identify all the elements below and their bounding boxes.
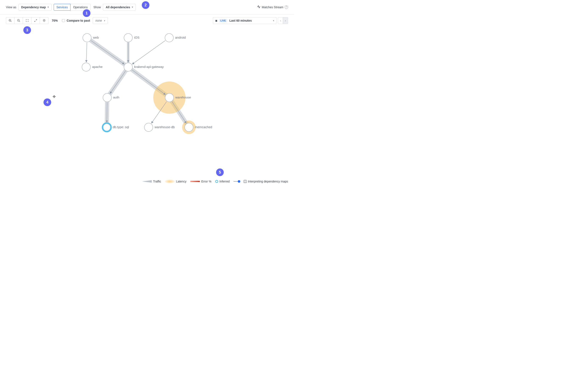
svg-line-18 [86,43,87,62]
svg-line-7 [36,20,37,20]
zoom-value: 70% [52,19,58,22]
tab-services[interactable]: Services [54,4,71,10]
svg-line-23 [132,70,165,95]
callout-4: 4 [43,98,51,106]
zoom-out-button[interactable] [14,17,23,24]
chevron-down-icon: ▾ [48,6,49,9]
help-icon[interactable]: ? [285,6,288,9]
zoom-controls [6,17,48,24]
zoom-in-button[interactable] [6,17,14,24]
svg-line-5 [19,21,20,22]
svg-point-32 [103,93,111,102]
compare-select[interactable]: none ▾ [93,17,108,24]
compare-value: none [95,19,102,22]
node-label-android[interactable]: android [175,36,186,39]
node-label-dbsql[interactable]: db.type: sql [113,125,129,129]
svg-point-33 [165,93,174,102]
callout-1: 1 [83,9,90,17]
svg-line-22 [110,71,126,94]
svg-point-28 [124,33,132,42]
chevron-down-icon: ▾ [132,6,133,9]
svg-line-8 [34,21,35,22]
traffic-icon [142,180,152,183]
pause-icon: ▮▮ [215,19,217,22]
legend-inferred: Inferred [215,180,230,183]
node-label-warehouse[interactable]: warehouse [175,95,191,99]
legend-traffic: Traffic [142,180,161,183]
node-label-memcached[interactable]: memcached [195,125,212,129]
compare-label: Compare to past [67,19,90,22]
svg-point-35 [144,123,153,132]
svg-point-9 [44,20,45,21]
callout-2: 2 [142,1,149,9]
map-icon [244,180,247,183]
show-select[interactable]: All dependencies ▾ [103,4,136,10]
fit-button[interactable] [23,17,32,24]
live-badge: LIVE [219,19,227,22]
node-label-apache[interactable]: apache [92,65,103,69]
inferred-icon [215,180,218,183]
legend-latency: Latency [165,179,186,183]
node-label-krakend[interactable]: krakend-api-gateway [134,65,164,69]
map-toolbar: 70% Compare to past none ▾ ▮▮ LIVE Last … [0,14,294,25]
legend-interpreting-label: Interpreting dependency maps [248,180,288,183]
svg-line-1 [10,21,11,22]
legend-traffic-label: Traffic [153,180,161,183]
locate-button[interactable] [40,17,48,24]
dependency-map-canvas[interactable]: webiOSandroidapachekrakend-api-gatewayau… [0,25,294,188]
legend: Traffic Latency Error % Inferred Interpr… [142,179,288,183]
svg-line-19 [91,41,124,64]
legend-latency-label: Latency [176,180,186,183]
node-label-ios[interactable]: iOS [134,36,139,39]
svg-point-34 [103,123,111,132]
chevron-down-icon: ▾ [104,19,105,22]
svg-point-36 [185,123,193,132]
svg-point-31 [124,63,132,71]
time-range-value: Last 60 minutes [229,19,271,22]
graph-svg [0,25,294,188]
time-next-button[interactable]: › [283,17,288,24]
latency-icon [165,179,175,183]
activity-icon [257,5,261,9]
callout-3: 3 [23,26,31,34]
node-label-web[interactable]: web [93,36,99,39]
node-label-auth[interactable]: auth [113,95,119,99]
node-label-warehousedb[interactable]: warehouse-db [155,125,175,129]
svg-point-30 [82,63,90,71]
legend-slider[interactable] [233,181,240,182]
time-prev-button[interactable]: ‹ [278,17,283,24]
view-as-value: Dependency map [21,6,46,9]
error-icon [190,181,200,182]
show-label: Show [93,6,101,9]
matches-stream-label[interactable]: Matches Stream [262,6,284,9]
show-value: All dependencies [106,6,130,9]
view-as-select[interactable]: Dependency map ▾ [19,4,52,10]
svg-line-21 [132,41,165,64]
time-range-select[interactable]: ▮▮ LIVE Last 60 minutes ▾ [213,17,277,24]
callout-5: 5 [216,168,224,176]
legend-error-label: Error % [201,180,211,183]
svg-point-27 [83,33,91,42]
legend-interpreting[interactable]: Interpreting dependency maps [244,180,288,183]
legend-inferred-label: Inferred [220,180,230,183]
expand-button[interactable] [32,17,40,24]
legend-error: Error % [190,180,211,183]
svg-point-29 [165,33,173,42]
chevron-down-icon: ▾ [273,19,274,22]
slider-icon [233,181,240,182]
view-as-label: View as [6,6,16,9]
compare-checkbox[interactable] [62,19,65,22]
